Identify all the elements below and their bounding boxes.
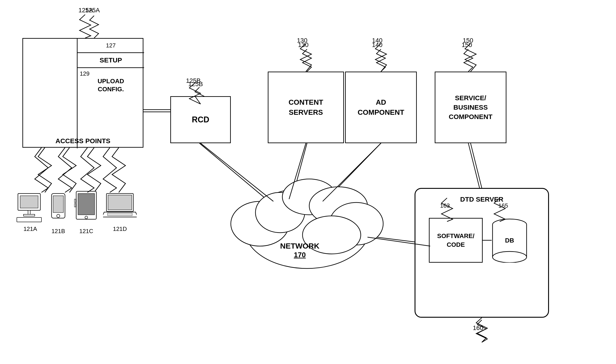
service-business-box: SERVICE/BUSINESSCOMPONENT xyxy=(435,72,506,143)
zigzag-130 xyxy=(303,49,311,72)
svg-rect-25 xyxy=(74,199,76,202)
ref-125A-label: 125A xyxy=(78,7,93,14)
ref-150-label: 150 xyxy=(463,37,473,44)
device-121B: 121B xyxy=(48,192,68,235)
content-servers-box: CONTENTSERVERS xyxy=(268,72,344,143)
ad-component-label: ADCOMPONENT xyxy=(358,97,404,117)
svg-rect-26 xyxy=(74,204,76,207)
svg-rect-20 xyxy=(53,196,63,213)
diagram: 125A 127 SETUP 129 UPLOADCONFIG. ACCESS … xyxy=(0,0,616,364)
svg-line-32 xyxy=(289,143,306,199)
device-121A: 121A xyxy=(16,192,45,233)
rcd-label: RCD xyxy=(192,115,209,124)
svg-point-5 xyxy=(329,202,383,245)
lightning-121B xyxy=(63,148,76,192)
svg-point-1 xyxy=(231,201,289,246)
service-business-label: SERVICE/BUSINESSCOMPONENT xyxy=(449,93,492,121)
svg-rect-17 xyxy=(24,214,35,216)
device-121C: 121C xyxy=(74,190,98,235)
svg-rect-28 xyxy=(108,195,132,210)
label-160: 160 xyxy=(473,325,483,332)
access-points-label: ACCESS POINTS xyxy=(55,137,110,144)
access-points-box: 127 SETUP 129 UPLOADCONFIG. ACCESS POINT… xyxy=(22,38,143,148)
line-content-to-network xyxy=(291,143,307,201)
svg-line-31 xyxy=(201,143,273,201)
svg-rect-29 xyxy=(108,213,132,216)
lightning-121C xyxy=(87,148,101,192)
zigzag-125A xyxy=(90,16,98,38)
rcd-box: RCD xyxy=(170,96,231,143)
lightning-121D xyxy=(112,148,126,192)
svg-point-2 xyxy=(255,192,305,233)
zigzag-150 xyxy=(464,49,473,72)
ref-130-label: 130 xyxy=(297,37,308,44)
network-ref: 170 xyxy=(294,251,306,259)
line-rcd-to-network xyxy=(199,143,269,201)
dtd-server-box: DTD SERVER 163 165 SOFTWARE/CODE DB xyxy=(415,188,549,318)
line-ad-to-network xyxy=(314,143,381,213)
ref-125B-label: 125B xyxy=(186,77,201,84)
svg-rect-18 xyxy=(17,218,42,222)
ref-140-label: 140 xyxy=(372,37,382,44)
label-127: 127 xyxy=(106,42,116,49)
svg-line-34 xyxy=(471,143,482,188)
svg-line-33 xyxy=(323,143,381,201)
upload-config-label: UPLOADCONFIG. xyxy=(98,78,124,93)
network-label: NETWORK xyxy=(280,242,320,250)
content-servers-label: CONTENTSERVERS xyxy=(289,97,323,117)
ad-component-box: ADCOMPONENT xyxy=(345,72,417,143)
zigzag-140 xyxy=(377,49,385,72)
svg-rect-15 xyxy=(20,196,38,208)
svg-point-4 xyxy=(309,187,367,225)
setup-label: SETUP xyxy=(99,56,122,64)
lightning-121A xyxy=(38,148,52,192)
device-121D: 121D xyxy=(103,192,137,233)
label-129: 129 xyxy=(80,70,89,77)
svg-point-3 xyxy=(282,179,336,215)
svg-rect-23 xyxy=(78,194,95,215)
